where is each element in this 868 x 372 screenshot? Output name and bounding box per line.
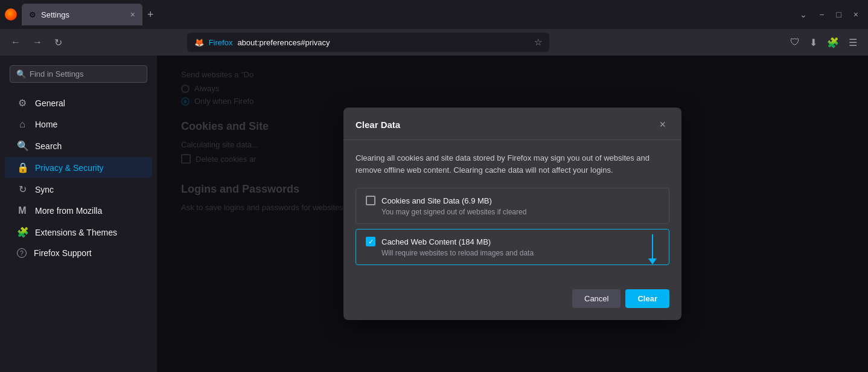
tab-close-button[interactable]: × <box>130 10 135 19</box>
back-button[interactable]: ← <box>7 34 24 50</box>
arrow-line <box>652 234 653 258</box>
url-bar[interactable]: 🦊 Firefox about:preferences#privacy ☆ <box>187 33 549 52</box>
extensions-sidebar-icon: 🧩 <box>17 226 28 238</box>
extensions-icon[interactable]: 🧩 <box>823 34 843 51</box>
url-brand: Firefox <box>209 38 233 47</box>
general-icon: ⚙ <box>17 97 28 109</box>
content-area: 🔍 Find in Settings ⚙ General ⌂ Home 🔍 Se… <box>0 56 868 372</box>
sidebar-item-support[interactable]: ? Firefox Support <box>5 243 152 263</box>
cache-option-label: Cached Web Content (184 MB) <box>381 237 491 246</box>
sidebar-label-home: Home <box>35 120 57 129</box>
new-tab-button[interactable]: + <box>142 6 159 24</box>
cache-checkbox[interactable]: ✓ <box>366 237 375 246</box>
main-content: Send websites a "Do Always Only when Fir… <box>157 56 868 372</box>
dialog-body: Clearing all cookies and site data store… <box>343 140 681 282</box>
nav-right-icons: 🛡 ⬇ 🧩 ☰ <box>787 34 861 51</box>
maximize-button[interactable]: □ <box>831 7 846 22</box>
sidebar-label-search: Search <box>35 141 62 151</box>
list-all-tabs-button[interactable]: ⌄ <box>795 7 812 22</box>
dialog-footer: Cancel Clear <box>343 282 681 320</box>
modal-overlay: Clear Data × Clearing all cookies and si… <box>157 56 868 372</box>
firefox-logo-icon <box>5 8 17 21</box>
cookies-checkbox-row: Cookies and Site Data (6.9 MB) <box>366 196 659 205</box>
url-firefox-icon: 🦊 <box>194 38 204 47</box>
sidebar-label-sync: Sync <box>35 185 54 194</box>
title-bar: ⚙ Settings × + ⌄ − □ × <box>0 0 868 29</box>
forward-button[interactable]: → <box>29 34 46 50</box>
cache-checkbox-row: ✓ Cached Web Content (184 MB) <box>366 237 659 246</box>
url-text: about:preferences#privacy <box>237 38 330 47</box>
sidebar-label-general: General <box>35 98 65 108</box>
checkmark-icon: ✓ <box>368 238 374 246</box>
shield-icon[interactable]: 🛡 <box>787 34 803 50</box>
sidebar-label-privacy: Privacy & Security <box>35 163 104 173</box>
dialog-header: Clear Data × <box>343 107 681 140</box>
browser-chrome: ⚙ Settings × + ⌄ − □ × ← → ↻ 🦊 Firefox a… <box>0 0 868 56</box>
lock-icon: 🔒 <box>17 162 28 173</box>
sync-icon: ↻ <box>17 184 28 195</box>
download-icon[interactable]: ⬇ <box>806 34 821 51</box>
clear-data-dialog: Clear Data × Clearing all cookies and si… <box>343 107 681 320</box>
dialog-description: Clearing all cookies and site data store… <box>356 152 669 176</box>
sidebar-item-privacy[interactable]: 🔒 Privacy & Security <box>5 157 152 178</box>
sidebar-item-mozilla[interactable]: M More from Mozilla <box>5 200 152 221</box>
cache-option[interactable]: ✓ Cached Web Content (184 MB) Will requi… <box>356 229 669 265</box>
cookies-sublabel: You may get signed out of websites if cl… <box>381 208 659 216</box>
sidebar-item-extensions[interactable]: 🧩 Extensions & Themes <box>5 222 152 243</box>
menu-button[interactable]: ☰ <box>845 34 861 51</box>
arrow-indicator <box>648 234 657 265</box>
nav-bar: ← → ↻ 🦊 Firefox about:preferences#privac… <box>0 29 868 56</box>
bookmark-star-icon[interactable]: ☆ <box>534 37 542 48</box>
cache-sublabel: Will require websites to reload images a… <box>381 249 659 257</box>
dialog-title: Clear Data <box>356 120 400 130</box>
mozilla-icon: M <box>17 205 28 216</box>
settings-tab-icon: ⚙ <box>29 10 36 19</box>
sidebar-label-support: Firefox Support <box>34 248 92 258</box>
settings-tab-title: Settings <box>41 10 69 19</box>
settings-tab[interactable]: ⚙ Settings × <box>22 4 142 25</box>
title-bar-controls: ⌄ − □ × <box>795 7 863 22</box>
support-icon: ? <box>17 248 27 258</box>
clear-button[interactable]: Clear <box>625 289 669 308</box>
close-button[interactable]: × <box>849 7 863 22</box>
minimize-button[interactable]: − <box>814 7 829 22</box>
sidebar-label-mozilla: More from Mozilla <box>35 206 102 216</box>
search-icon: 🔍 <box>16 69 26 79</box>
cookies-checkbox[interactable] <box>366 196 375 205</box>
sidebar-item-search[interactable]: 🔍 Search <box>5 135 152 156</box>
sidebar-label-extensions: Extensions & Themes <box>35 228 117 237</box>
home-icon: ⌂ <box>17 119 28 130</box>
sidebar-item-home[interactable]: ⌂ Home <box>5 114 152 135</box>
cookies-option[interactable]: Cookies and Site Data (6.9 MB) You may g… <box>356 188 669 224</box>
sidebar-item-general[interactable]: ⚙ General <box>5 92 152 114</box>
cancel-button[interactable]: Cancel <box>572 289 621 308</box>
sidebar: 🔍 Find in Settings ⚙ General ⌂ Home 🔍 Se… <box>0 56 157 372</box>
cookies-option-label: Cookies and Site Data (6.9 MB) <box>381 196 492 205</box>
find-in-settings: 🔍 Find in Settings <box>10 65 147 83</box>
tab-bar: ⚙ Settings × + <box>22 4 795 25</box>
find-settings-placeholder: Find in Settings <box>30 69 84 79</box>
arrow-head-icon <box>648 258 657 265</box>
sidebar-item-sync[interactable]: ↻ Sync <box>5 179 152 200</box>
search-sidebar-icon: 🔍 <box>17 140 28 152</box>
dialog-close-button[interactable]: × <box>656 117 669 132</box>
refresh-button[interactable]: ↻ <box>51 34 66 51</box>
